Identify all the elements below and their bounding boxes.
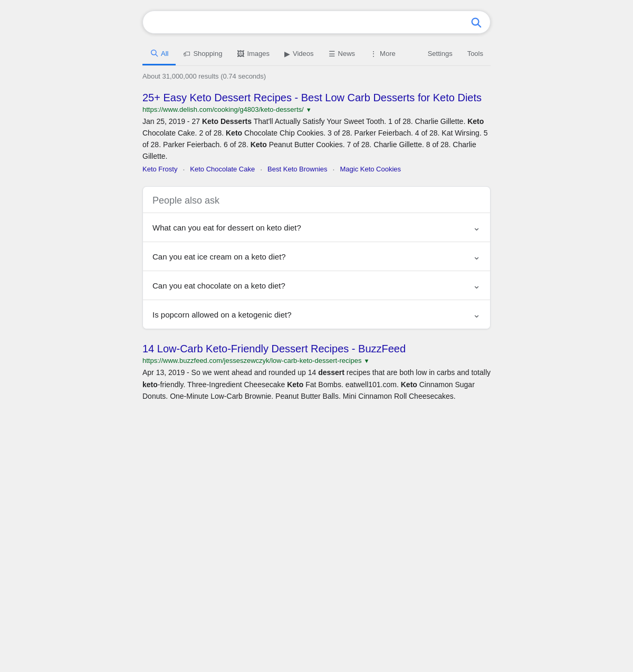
result-2: 14 Low-Carb Keto-Friendly Dessert Recipe…	[142, 342, 491, 401]
sitelink-4[interactable]: Magic Keto Cookies	[340, 165, 401, 174]
sitelink-dot-2: ·	[260, 165, 262, 174]
news-icon: ☰	[329, 50, 335, 58]
result-1-link[interactable]: 25+ Easy Keto Dessert Recipes - Best Low…	[142, 92, 482, 103]
search-input[interactable]: keto diet desserts	[151, 17, 470, 27]
result-2-title: 14 Low-Carb Keto-Friendly Dessert Recipe…	[142, 342, 491, 356]
result-1-sitelinks: Keto Frosty · Keto Chocolate Cake · Best…	[142, 165, 491, 174]
result-1-url-arrow: ▼	[306, 107, 312, 113]
chevron-down-icon-4: ⌄	[473, 309, 481, 320]
tools-label: Tools	[467, 50, 483, 57]
paa-header: People also ask	[143, 187, 490, 213]
tab-all-label: All	[161, 50, 168, 57]
paa-item-1[interactable]: What can you eat for dessert on keto die…	[143, 213, 490, 242]
paa-question-3: Can you eat chocolate on a keto diet?	[152, 281, 285, 290]
result-1-title: 25+ Easy Keto Dessert Recipes - Best Low…	[142, 91, 491, 104]
paa-item-4[interactable]: Is popcorn allowed on a ketogenic diet? …	[143, 300, 490, 329]
more-icon: ⋮	[370, 50, 377, 58]
tab-news-label: News	[338, 50, 356, 57]
result-1-snippet: Jan 25, 2019 - 27 Keto Desserts That'll …	[142, 116, 491, 162]
paa-question-1: What can you eat for dessert on keto die…	[152, 223, 301, 232]
all-icon	[150, 49, 158, 59]
search-bar: keto diet desserts	[142, 11, 491, 34]
tab-all[interactable]: All	[142, 43, 176, 65]
paa-question-2: Can you eat ice cream on a keto diet?	[152, 252, 286, 261]
search-icon	[470, 16, 482, 28]
sitelink-2[interactable]: Keto Chocolate Cake	[190, 165, 255, 174]
tab-more-label: More	[380, 50, 396, 57]
result-2-snippet: Apr 13, 2019 - So we went ahead and roun…	[142, 367, 491, 401]
svg-line-1	[478, 24, 481, 27]
sitelink-3[interactable]: Best Keto Brownies	[267, 165, 327, 174]
nav-settings-group: Settings Tools	[420, 44, 491, 64]
tab-settings[interactable]: Settings	[420, 44, 460, 64]
result-1-url-row: https://www.delish.com/cooking/g4803/ket…	[142, 105, 491, 113]
settings-label: Settings	[428, 50, 453, 57]
nav-tabs: All 🏷 Shopping 🖼 Images ▶ Videos ☰ News …	[142, 43, 491, 66]
sitelink-dot-1: ·	[183, 165, 185, 174]
svg-line-3	[156, 54, 158, 56]
chevron-down-icon-1: ⌄	[473, 222, 481, 233]
result-2-url: https://www.buzzfeed.com/jesseszewczyk/l…	[142, 357, 361, 364]
result-2-url-arrow: ▼	[363, 358, 369, 364]
tab-images[interactable]: 🖼 Images	[229, 44, 277, 65]
tab-images-label: Images	[247, 50, 270, 57]
chevron-down-icon-2: ⌄	[473, 251, 481, 262]
tab-more[interactable]: ⋮ More	[362, 44, 403, 65]
images-icon: 🖼	[237, 50, 244, 58]
search-bar-container: keto diet desserts	[142, 11, 491, 34]
tab-videos[interactable]: ▶ Videos	[277, 44, 321, 65]
paa-item-2[interactable]: Can you eat ice cream on a keto diet? ⌄	[143, 242, 490, 271]
tab-shopping[interactable]: 🏷 Shopping	[176, 44, 229, 65]
search-button[interactable]	[470, 16, 482, 28]
result-stats: About 31,000,000 results (0.74 seconds)	[142, 72, 491, 80]
tab-news[interactable]: ☰ News	[321, 44, 363, 65]
result-2-url-row: https://www.buzzfeed.com/jesseszewczyk/l…	[142, 357, 491, 364]
tab-tools[interactable]: Tools	[460, 44, 491, 64]
sitelink-dot-3: ·	[333, 165, 335, 174]
chevron-down-icon-3: ⌄	[473, 280, 481, 291]
result-2-link[interactable]: 14 Low-Carb Keto-Friendly Dessert Recipe…	[142, 343, 406, 354]
paa-question-4: Is popcorn allowed on a ketogenic diet?	[152, 310, 292, 319]
tab-shopping-label: Shopping	[193, 50, 222, 57]
people-also-ask-box: People also ask What can you eat for des…	[142, 186, 491, 329]
videos-icon: ▶	[284, 50, 290, 58]
tab-videos-label: Videos	[293, 50, 314, 57]
search-nav-icon	[150, 49, 158, 57]
result-1-url: https://www.delish.com/cooking/g4803/ket…	[142, 105, 304, 113]
shopping-icon: 🏷	[183, 50, 190, 58]
result-1: 25+ Easy Keto Dessert Recipes - Best Low…	[142, 91, 491, 174]
sitelink-1[interactable]: Keto Frosty	[142, 165, 177, 174]
paa-item-3[interactable]: Can you eat chocolate on a keto diet? ⌄	[143, 271, 490, 300]
